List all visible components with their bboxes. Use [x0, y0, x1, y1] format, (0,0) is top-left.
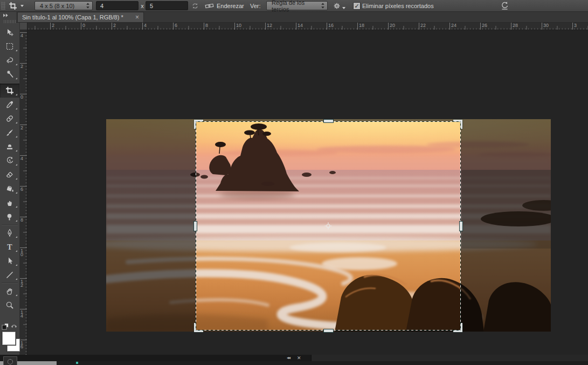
document-tab-title: Sin título-1 al 100% (Capa 1, RGB/8) *: [22, 14, 123, 20]
ruler-unit-label: 20: [390, 23, 395, 28]
ruler-major-tick: [234, 22, 235, 30]
ruler-unit-label: 6: [20, 188, 23, 191]
crop-handle-right[interactable]: [459, 221, 463, 231]
crop-options-bar: 4 x 5 (8 x 10) 4 x 5 Enderezar Ver: Regl…: [0, 0, 588, 12]
path-selection-tool[interactable]: [0, 254, 19, 268]
move-tool[interactable]: [0, 25, 19, 39]
hand-tool[interactable]: [0, 284, 19, 298]
crop-tool[interactable]: [0, 84, 19, 98]
ruler-major-tick: [388, 22, 389, 30]
zoom-tool[interactable]: [0, 298, 19, 312]
ruler-major-tick: [265, 22, 266, 30]
ruler-unit-label: 0: [20, 95, 23, 99]
delete-pixels-checkbox[interactable]: ✓: [353, 2, 361, 10]
vertical-ruler[interactable]: 42024681 01 21 41 6: [19, 30, 27, 355]
tool-group-separator: [2, 82, 18, 83]
dock-close-button[interactable]: ✕: [297, 355, 301, 361]
ruler-major-tick: [572, 22, 573, 30]
crop-height-input[interactable]: 5: [146, 1, 188, 10]
ruler-unit-label: 16: [328, 23, 334, 28]
document-tab[interactable]: Sin título-1 al 100% (Capa 1, RGB/8) * ×: [17, 12, 144, 22]
ruler-unit-label: 1 6: [20, 341, 23, 349]
crop-handle-bottom-right[interactable]: [453, 323, 462, 332]
horizontal-ruler[interactable]: 20246810121416182022242628303: [27, 22, 588, 30]
aspect-ratio-preset-select[interactable]: 4 x 5 (8 x 10): [34, 1, 93, 10]
pen-tool[interactable]: [0, 226, 19, 240]
crop-handle-bottom-left[interactable]: [194, 323, 203, 332]
history-brush-tool[interactable]: [0, 154, 19, 168]
ruler-major-tick: [296, 22, 296, 30]
crop-tool-icon: [9, 2, 17, 10]
crop-box[interactable]: [196, 121, 461, 330]
ruler-major-tick: [511, 22, 511, 30]
reset-icon: [500, 1, 509, 10]
tools-panel: T: [0, 11, 20, 355]
crop-handle-left[interactable]: [193, 221, 197, 231]
crop-settings-button[interactable]: [332, 1, 346, 10]
app-background-strip: [311, 355, 588, 361]
line-tool[interactable]: [0, 268, 19, 282]
overlay-view-select[interactable]: Regla de los tercios: [266, 1, 328, 10]
options-bar-grip[interactable]: [1, 2, 5, 10]
ruler-unit-label: 0: [82, 23, 85, 28]
type-tool[interactable]: T: [0, 240, 19, 254]
ruler-unit-label: 18: [359, 23, 364, 28]
ruler-unit-label: 2: [20, 65, 23, 68]
ruler-major-tick: [449, 22, 450, 30]
ruler-unit-label: 6: [175, 23, 177, 28]
document-tab-strip: Sin título-1 al 100% (Capa 1, RGB/8) * ×: [16, 11, 588, 23]
eraser-tool[interactable]: [0, 168, 19, 182]
rectangular-marquee-tool[interactable]: [0, 39, 19, 53]
healing-brush-tool[interactable]: [0, 112, 19, 126]
crop-handle-top-left[interactable]: [194, 120, 203, 129]
spinner-icon: [86, 2, 90, 9]
default-colors-icon[interactable]: [2, 323, 9, 330]
ruler-unit-label: 24: [451, 23, 456, 28]
ruler-unit-label: 2: [20, 126, 23, 130]
spinner-icon: [321, 2, 325, 9]
reset-crop-button[interactable]: [499, 1, 510, 10]
aspect-ratio-preset-value: 4 x 5 (8 x 10): [40, 3, 74, 9]
swap-arrows-icon: [191, 2, 199, 10]
ruler-corner[interactable]: [19, 22, 27, 30]
photoshop-window: 4 x 5 (8 x 10) 4 x 5 Enderezar Ver: Regl…: [0, 0, 588, 365]
tab-close-icon[interactable]: ×: [135, 15, 139, 20]
swap-dimensions-button[interactable]: [189, 1, 201, 10]
swap-colors-icon[interactable]: [10, 323, 18, 329]
dimension-separator: x: [140, 1, 145, 10]
quick-mask-icon: [8, 359, 13, 364]
overlay-view-value: Regla de los tercios: [272, 0, 317, 12]
eyedropper-tool[interactable]: [0, 98, 19, 112]
svg-text:T: T: [7, 243, 12, 251]
quick-mask-button[interactable]: [3, 356, 17, 365]
panel-grip[interactable]: [4, 20, 16, 23]
dock-collapse-button[interactable]: ◂◂: [287, 355, 290, 360]
crop-handle-top-right[interactable]: [453, 120, 462, 129]
crop-center-target-icon[interactable]: [324, 222, 333, 230]
foreground-color-swatch[interactable]: [2, 332, 16, 345]
tool-preset-picker[interactable]: [7, 1, 33, 10]
lasso-tool[interactable]: [0, 53, 19, 67]
ruler-unit-label: 1 4: [20, 311, 23, 318]
double-chevron-icon: [2, 12, 9, 18]
crop-handle-bottom[interactable]: [323, 329, 334, 333]
smudge-tool[interactable]: [0, 196, 19, 210]
crop-handle-top[interactable]: [323, 119, 334, 123]
ruler-major-tick: [327, 22, 327, 30]
ruler-unit-label: 1 2: [20, 280, 23, 287]
view-label: Ver:: [250, 1, 261, 10]
ruler-unit-label: 26: [482, 23, 487, 28]
crop-width-input[interactable]: 4: [96, 1, 139, 10]
dodge-tool[interactable]: [0, 210, 19, 224]
ruler-unit-label: 8: [20, 218, 23, 222]
clone-stamp-tool[interactable]: [0, 140, 19, 154]
ruler-major-tick: [204, 22, 204, 30]
ruler-major-tick: [419, 22, 419, 30]
straighten-button[interactable]: Enderezar: [205, 1, 244, 10]
ruler-unit-label: 30: [543, 23, 549, 28]
ruler-unit-label: 28: [513, 23, 518, 28]
brush-tool[interactable]: [0, 126, 19, 140]
magic-wand-tool[interactable]: [0, 67, 19, 81]
ruler-unit-label: 10: [236, 23, 241, 28]
paint-bucket-tool[interactable]: [0, 182, 19, 196]
